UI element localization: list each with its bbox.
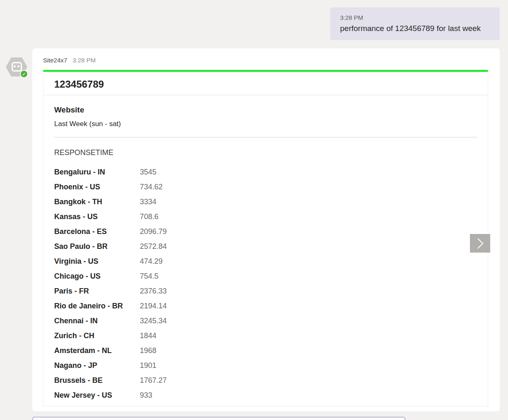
responsetime-value: 708.6 bbox=[140, 212, 158, 221]
location-label: Rio de Janeiro - BR bbox=[54, 302, 140, 310]
responsetime-value: 2096.79 bbox=[140, 227, 167, 236]
robot-eyes-icon bbox=[14, 65, 19, 67]
responsetime-value: 734.62 bbox=[140, 183, 163, 191]
table-row: Rio de Janeiro - BR2194.14 bbox=[54, 298, 477, 313]
responsetime-value: 1901 bbox=[140, 361, 156, 370]
responsetime-value: 2376.33 bbox=[140, 287, 167, 296]
bot-message-panel: Site24x73:28 PM 123456789 Website Last W… bbox=[32, 48, 500, 411]
report-period-label: Last Week (sun - sat) bbox=[54, 119, 477, 129]
responsetime-value: 1968 bbox=[140, 346, 156, 355]
table-row: Bangkok - TH3334 bbox=[54, 194, 477, 209]
adaptive-card: 123456789 Website Last Week (sun - sat) … bbox=[43, 70, 488, 406]
location-label: Kansas - US bbox=[54, 212, 140, 221]
table-row: Bengaluru - IN3545 bbox=[54, 165, 477, 179]
location-label: Zurich - CH bbox=[54, 332, 140, 340]
location-label: Bangkok - TH bbox=[54, 198, 140, 206]
table-row: Barcelona - ES2096.79 bbox=[54, 224, 477, 239]
table-row: Brussels - BE1767.27 bbox=[54, 373, 477, 388]
table-row: Nagano - JP1901 bbox=[54, 358, 477, 373]
location-label: Brussels - BE bbox=[54, 376, 140, 385]
table-row: Phoenix - US734.62 bbox=[54, 179, 477, 194]
monitor-type-label: Website bbox=[54, 105, 477, 115]
responsetime-value: 1844 bbox=[140, 332, 156, 340]
location-label: Virginia - US bbox=[54, 257, 140, 266]
location-label: Paris - FR bbox=[54, 287, 140, 296]
message-input[interactable] bbox=[32, 417, 405, 420]
verified-check-icon: ✓ bbox=[20, 70, 28, 78]
table-row: Paris - FR2376.33 bbox=[54, 284, 477, 298]
responsetime-value: 3245.34 bbox=[140, 317, 167, 325]
location-label: Chicago - US bbox=[54, 272, 140, 281]
responsetime-value: 1767.27 bbox=[140, 376, 167, 385]
user-message-text: performance of 123456789 for last week bbox=[340, 23, 490, 34]
location-label: New Jersey - US bbox=[54, 391, 140, 400]
bot-avatar: ✓ bbox=[6, 57, 28, 78]
table-row: Chicago - US754.5 bbox=[54, 269, 477, 284]
bot-message-time: 3:28 PM bbox=[72, 57, 96, 64]
location-label: Barcelona - ES bbox=[54, 227, 140, 236]
table-row: New Jersey - US933 bbox=[54, 388, 477, 403]
responsetime-value: 933 bbox=[140, 391, 152, 400]
teams-chat-screen: 3:28 PM performance of 123456789 for las… bbox=[0, 0, 508, 420]
table-row: Virginia - US474.29 bbox=[54, 254, 477, 269]
bot-name: Site24x7 bbox=[43, 57, 67, 64]
table-row: Amsterdam - NL1968 bbox=[54, 343, 477, 358]
divider bbox=[54, 137, 477, 138]
responsetime-value: 474.29 bbox=[140, 257, 163, 266]
responsetime-value: 2572.84 bbox=[140, 242, 167, 251]
responsetime-value: 754.5 bbox=[140, 272, 158, 281]
responsetime-value: 3545 bbox=[140, 168, 156, 177]
carousel-next-button[interactable] bbox=[470, 234, 490, 253]
table-row: Chennai - IN3245.34 bbox=[54, 313, 477, 328]
card-title: 123456789 bbox=[54, 77, 477, 91]
responsetime-value: 2194.14 bbox=[140, 302, 167, 310]
responsetime-section-header: RESPONSETIME bbox=[54, 148, 477, 158]
user-message-time: 3:28 PM bbox=[340, 13, 490, 23]
table-row: Sao Paulo - BR2572.84 bbox=[54, 239, 477, 254]
table-row: Kansas - US708.6 bbox=[54, 209, 477, 224]
location-label: Phoenix - US bbox=[54, 183, 140, 191]
divider bbox=[43, 95, 488, 95]
responsetime-table: Bengaluru - IN3545 Phoenix - US734.62 Ba… bbox=[54, 165, 477, 403]
user-message-bubble: 3:28 PM performance of 123456789 for las… bbox=[330, 7, 500, 40]
table-row: Zurich - CH1844 bbox=[54, 328, 477, 343]
chevron-right-icon bbox=[477, 238, 484, 249]
bot-message-header: Site24x73:28 PM bbox=[43, 56, 96, 65]
location-label: Sao Paulo - BR bbox=[54, 242, 140, 251]
location-label: Chennai - IN bbox=[54, 317, 140, 325]
location-label: Amsterdam - NL bbox=[54, 346, 140, 355]
location-label: Bengaluru - IN bbox=[54, 168, 140, 177]
responsetime-value: 3334 bbox=[140, 198, 156, 206]
location-label: Nagano - JP bbox=[54, 361, 140, 370]
